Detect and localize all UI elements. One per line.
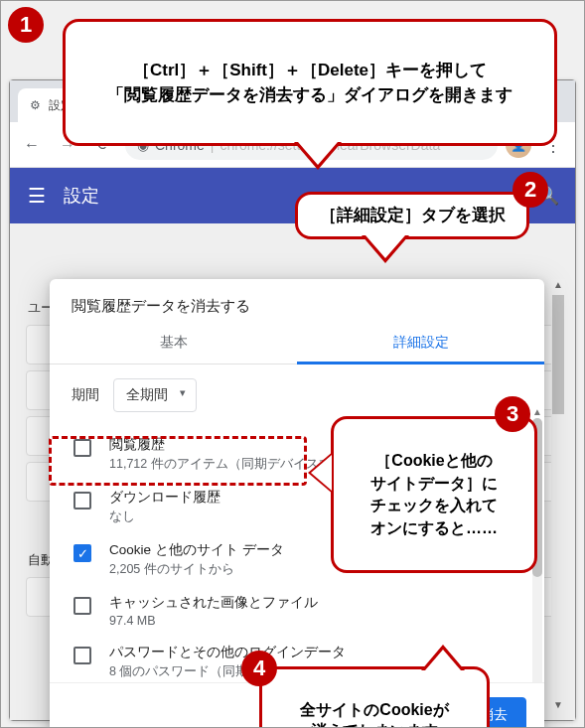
page-scrollbar[interactable]: ▲ ▼ (551, 279, 565, 710)
tab-basic[interactable]: 基本 (50, 322, 297, 364)
menu-icon[interactable]: ☰ (28, 184, 46, 208)
dialog-tabs: 基本 詳細設定 (50, 322, 544, 364)
checkbox[interactable] (73, 492, 91, 510)
appbar-title: 設定 (64, 184, 99, 208)
browser-window: ⚙ 設定 × ＋ — ▢ ✕ ← → ⟳ ◉ Chrome | chrome:/… (9, 79, 576, 721)
callout-2: ［詳細設定］タブを選択 (295, 192, 529, 239)
badge-3: 3 (495, 396, 530, 432)
checkbox[interactable] (73, 647, 91, 664)
checkbox[interactable] (73, 439, 91, 457)
time-range-label: 期間 (72, 386, 99, 404)
option-cached-images[interactable]: キャッシュされた画像とファイル 97.4 MB (72, 586, 522, 636)
page-scrollbar-thumb[interactable] (552, 295, 564, 414)
callout-1: ［Ctrl］＋［Shift］＋［Delete］キーを押して 「閲覧履歴データを消… (63, 19, 557, 146)
gear-icon: ⚙ (30, 98, 41, 112)
badge-1: 1 (8, 7, 44, 43)
checkbox-checked[interactable]: ✓ (73, 544, 91, 562)
badge-2: 2 (512, 172, 548, 208)
callout-3: ［Cookieと他の サイトデータ］に チェックを入れて オンにすると…… (331, 416, 537, 573)
badge-4: 4 (241, 651, 277, 686)
scroll-up-icon: ▲ (551, 279, 565, 290)
time-range-select[interactable]: 全期間 (113, 378, 197, 412)
scroll-down-icon: ▼ (553, 699, 563, 710)
dialog-title: 閲覧履歴データを消去する (50, 279, 544, 322)
checkbox[interactable] (73, 597, 91, 615)
back-button[interactable]: ← (18, 131, 46, 159)
scroll-up-icon: ▲ (532, 406, 542, 417)
callout-4: 全サイトのCookieが 消えてしまいます (259, 666, 490, 728)
tab-advanced[interactable]: 詳細設定 (297, 322, 544, 364)
